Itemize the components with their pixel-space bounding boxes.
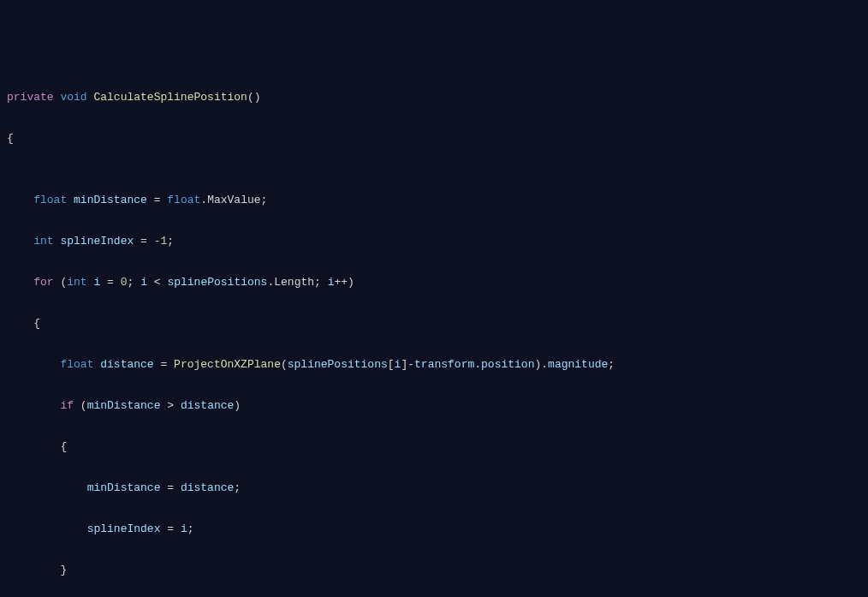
- code-line: {: [0, 128, 868, 149]
- keyword-private: private: [7, 91, 54, 104]
- keyword-if: if: [60, 399, 74, 412]
- code-line: float minDistance = float.MaxValue;: [0, 190, 868, 211]
- var-splineIndex: splineIndex: [60, 235, 134, 248]
- code-line: {: [0, 437, 868, 457]
- code-line: if (minDistance > distance): [0, 396, 868, 416]
- var-minDistance: minDistance: [74, 194, 147, 206]
- function-name: CalculateSplinePosition: [93, 91, 247, 104]
- code-line: splineIndex = i;: [0, 519, 868, 540]
- code-line: private void CalculateSplinePosition(): [0, 87, 868, 108]
- keyword-int: int: [33, 235, 53, 248]
- code-line: {: [0, 313, 868, 334]
- code-line: minDistance = distance;: [0, 478, 868, 498]
- code-line: float distance = ProjectOnXZPlane(spline…: [0, 355, 868, 375]
- code-line: for (int i = 0; i < splinePositions.Leng…: [0, 272, 868, 293]
- keyword-for: for: [33, 276, 53, 289]
- keyword-float: float: [33, 194, 67, 206]
- code-line: int splineIndex = -1;: [0, 231, 868, 252]
- keyword-void: void: [60, 91, 86, 104]
- code-line: }: [0, 560, 868, 581]
